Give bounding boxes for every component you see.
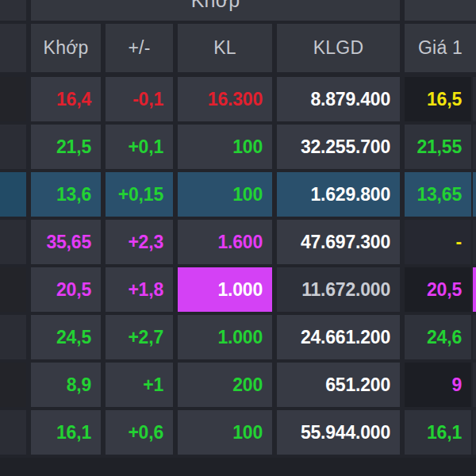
cell-klgd[interactable]: 8.879.400 — [277, 77, 400, 121]
cell-kl[interactable]: 1.000 — [178, 267, 272, 312]
row-stub-cell — [0, 77, 26, 121]
stock-price-board: Khớp Khớp +/- KL KLGD Giá 1 16,4-0,116.3… — [0, 0, 476, 476]
cell-khop[interactable]: 13,6 — [31, 172, 101, 217]
column-header-change[interactable]: +/- — [106, 24, 173, 72]
row-stub-cell — [0, 220, 26, 264]
cell-khop[interactable]: 8,9 — [31, 363, 101, 407]
cell-kl[interactable]: 100 — [178, 410, 272, 455]
row-stub-cell — [0, 410, 26, 455]
cell-gia1[interactable]: 16,5 — [405, 77, 471, 121]
cell-kl[interactable]: 100 — [178, 125, 272, 169]
cell-gia1[interactable]: 24,6 — [405, 315, 471, 359]
cell-gia1[interactable]: 21,55 — [405, 125, 471, 169]
cell-khop[interactable]: 21,5 — [31, 125, 101, 169]
cell-change[interactable]: +0,6 — [106, 410, 173, 455]
cell-gia1[interactable]: - — [405, 220, 471, 264]
cell-change[interactable]: -0,1 — [106, 77, 173, 121]
next-column-sliver — [473, 315, 476, 359]
group-header-khop: Khớp — [31, 0, 400, 21]
next-column-sliver — [473, 267, 476, 312]
cell-gia1[interactable]: 9 — [405, 363, 471, 407]
cell-khop[interactable]: 16,1 — [31, 410, 101, 455]
symbol-column-stub-group-header — [0, 0, 26, 21]
cell-change[interactable]: +2,7 — [106, 315, 173, 359]
column-header-kl[interactable]: KL — [178, 24, 272, 72]
cell-change[interactable]: +2,3 — [106, 220, 173, 264]
cell-gia1[interactable]: 13,65 — [405, 172, 471, 217]
row-stub-cell — [0, 172, 26, 217]
cell-khop[interactable]: 20,5 — [31, 267, 101, 312]
row-stub-cell — [0, 363, 26, 407]
next-column-sliver — [473, 125, 476, 169]
cell-klgd[interactable]: 47.697.300 — [277, 220, 400, 264]
cell-klgd[interactable]: 1.629.800 — [277, 172, 400, 217]
column-header-khop[interactable]: Khớp — [31, 24, 101, 72]
cell-change[interactable]: +0,1 — [106, 125, 173, 169]
cell-gia1[interactable]: 20,5 — [405, 267, 471, 312]
next-column-sliver — [473, 363, 476, 407]
cell-change[interactable]: +0,15 — [106, 172, 173, 217]
cell-kl[interactable]: 16.300 — [178, 77, 272, 121]
next-column-sliver — [473, 172, 476, 217]
cell-klgd[interactable]: 11.672.000 — [277, 267, 400, 312]
cell-kl[interactable]: 100 — [178, 172, 272, 217]
cell-klgd[interactable]: 32.255.700 — [277, 125, 400, 169]
cell-change[interactable]: +1 — [106, 363, 173, 407]
cell-change[interactable]: +1,8 — [106, 267, 173, 312]
group-header-khop-label: Khớp — [31, 0, 400, 12]
row-stub-cell — [0, 315, 26, 359]
cell-khop[interactable]: 24,5 — [31, 315, 101, 359]
column-header-gia1[interactable]: Giá 1 — [405, 24, 476, 72]
cell-gia1[interactable]: 16,1 — [405, 410, 471, 455]
row-stub-cell — [0, 267, 26, 312]
column-header-klgd[interactable]: KLGD — [277, 24, 400, 72]
next-column-sliver — [473, 220, 476, 264]
cell-klgd[interactable]: 651.200 — [277, 363, 400, 407]
next-column-sliver — [473, 77, 476, 121]
next-column-sliver — [473, 410, 476, 455]
cell-khop[interactable]: 16,4 — [31, 77, 101, 121]
symbol-column-stub-header — [0, 24, 26, 72]
cell-klgd[interactable]: 55.944.000 — [277, 410, 400, 455]
table-bottom-area — [0, 458, 476, 476]
row-stub-cell — [0, 125, 26, 169]
cell-kl[interactable]: 1.000 — [178, 315, 272, 359]
cell-kl[interactable]: 200 — [178, 363, 272, 407]
cell-kl[interactable]: 1.600 — [178, 220, 272, 264]
group-header-gia — [405, 0, 476, 21]
cell-klgd[interactable]: 24.661.200 — [277, 315, 400, 359]
cell-khop[interactable]: 35,65 — [31, 220, 101, 264]
